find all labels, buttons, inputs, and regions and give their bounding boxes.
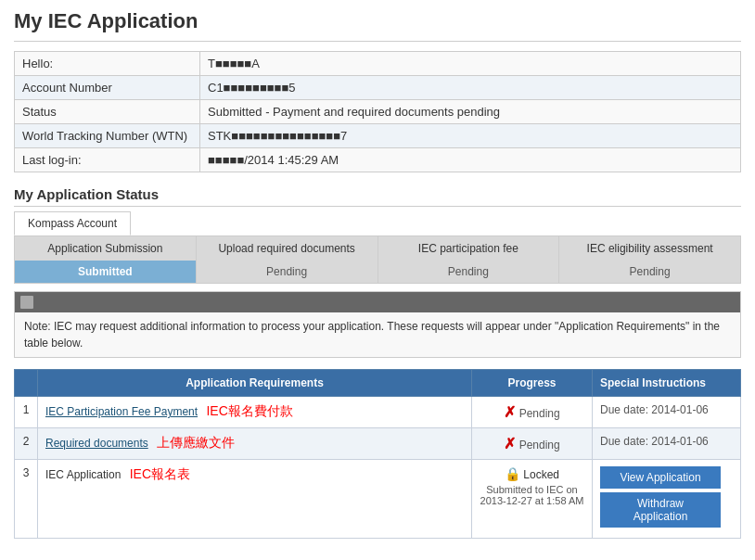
wtn-label: World Tracking Number (WTN) (15, 124, 200, 148)
iec-application-text: IEC Application (45, 468, 121, 481)
row-2-special: Due date: 2014-01-06 (593, 428, 741, 460)
col-header-requirements: Application Requirements (38, 370, 472, 397)
notice-icon-row (15, 292, 740, 312)
step-value-3: Pending (378, 261, 559, 283)
withdraw-application-button[interactable]: Withdraw Application (600, 492, 721, 528)
step-value-2: Pending (197, 261, 378, 283)
step-eligibility: IEC eligibility assessment Pending (559, 236, 740, 283)
col-header-num (15, 370, 38, 397)
col-header-special: Special Instructions (593, 370, 741, 397)
account-label: Account Number (15, 76, 200, 100)
step-label-1: Application Submission (15, 236, 196, 261)
tab-kompass[interactable]: Kompass Account (14, 211, 131, 235)
table-row: 2 Required documents 上傳應繳文件 ✗ Pending Du… (15, 428, 741, 460)
step-label-4: IEC eligibility assessment (559, 236, 740, 261)
table-row: 1 IEC Participation Fee Payment IEC報名費付款… (15, 397, 741, 428)
info-table: Hello: T■■■■■A Account Number C1■■■■■■■■… (14, 51, 741, 172)
row-1-requirement: IEC Participation Fee Payment IEC報名費付款 (38, 397, 472, 428)
row-2-progress: ✗ Pending (472, 428, 593, 460)
row-3-special: View Application Withdraw Application (593, 460, 741, 539)
row-num-1: 1 (15, 397, 38, 428)
lock-icon: 🔒 (505, 466, 520, 481)
requirements-table: Application Requirements Progress Specia… (14, 369, 741, 539)
pending-text-1: Pending (519, 407, 560, 420)
status-steps: Application Submission Submitted Upload … (14, 236, 741, 284)
view-application-button[interactable]: View Application (600, 466, 721, 489)
iec-application-chinese: IEC報名表 (130, 466, 190, 481)
tab-bar: Kompass Account (14, 211, 741, 236)
fee-payment-chinese: IEC報名費付款 (206, 403, 292, 418)
notice-box: Note: IEC may request additional informa… (14, 291, 741, 358)
hello-label: Hello: (15, 52, 200, 76)
wtn-value: STK■■■■■■■■■■■■■■■7 (200, 124, 741, 148)
lastlogin-value: ■■■■■/2014 1:45:29 AM (200, 148, 741, 172)
step-value-1: Submitted (15, 261, 196, 283)
lastlogin-label: Last log-in: (15, 148, 200, 172)
status-value: Submitted - Payment and required documen… (200, 100, 741, 124)
required-docs-link[interactable]: Required documents (45, 437, 148, 450)
row-1-special: Due date: 2014-01-06 (593, 397, 741, 428)
step-label-2: Upload required documents (197, 236, 378, 261)
section-title: My Application Status (14, 186, 741, 207)
fee-payment-link[interactable]: IEC Participation Fee Payment (45, 405, 198, 418)
pending-text-2: Pending (519, 439, 560, 452)
account-value: C1■■■■■■■■■5 (200, 76, 741, 100)
row-num-2: 2 (15, 428, 38, 460)
step-application-submission: Application Submission Submitted (15, 236, 197, 283)
step-upload-docs: Upload required documents Pending (197, 236, 378, 283)
notice-icon (20, 296, 33, 309)
row-3-requirement: IEC Application IEC報名表 (38, 460, 472, 539)
step-value-4: Pending (559, 261, 740, 283)
col-header-progress: Progress (472, 370, 593, 397)
x-icon-2: ✗ (504, 436, 516, 452)
status-label: Status (15, 100, 200, 124)
table-row: 3 IEC Application IEC報名表 🔒 Locked Submit… (15, 460, 741, 539)
step-label-3: IEC participation fee (378, 236, 559, 261)
row-2-requirement: Required documents 上傳應繳文件 (38, 428, 472, 460)
locked-text: Locked (523, 468, 559, 481)
row-1-progress: ✗ Pending (472, 397, 593, 428)
row-num-3: 3 (15, 460, 38, 539)
step-participation-fee: IEC participation fee Pending (378, 236, 560, 283)
page-title: My IEC Application (14, 9, 741, 42)
row-3-progress: 🔒 Locked Submitted to IEC on 2013-12-27 … (472, 460, 593, 539)
notice-text: Note: IEC may request additional informa… (15, 312, 740, 357)
submitted-info: Submitted to IEC on 2013-12-27 at 1:58 A… (480, 484, 584, 506)
x-icon-1: ✗ (504, 404, 516, 420)
required-docs-chinese: 上傳應繳文件 (157, 435, 235, 450)
hello-value: T■■■■■A (200, 52, 741, 76)
